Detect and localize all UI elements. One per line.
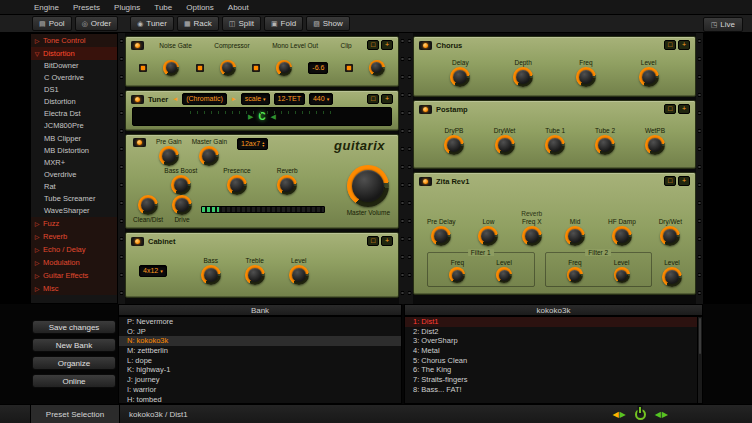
bank-row[interactable]: H: tombed — [119, 395, 401, 405]
bank-row[interactable]: P: Nevermore — [119, 317, 401, 327]
preset-selection-button[interactable]: Preset Selection — [30, 405, 120, 423]
unit-add-button[interactable]: + — [381, 40, 393, 50]
rack-button[interactable]: ▦ Rack — [177, 16, 219, 31]
presence-knob[interactable] — [227, 175, 247, 195]
online-button[interactable]: Online — [32, 374, 116, 388]
chorus-level-knob[interactable] — [639, 67, 659, 87]
cabinet-treble-knob[interactable] — [245, 265, 265, 285]
zita-freq-x-knob[interactable] — [522, 226, 542, 246]
live-button[interactable]: ◳ Live — [703, 17, 743, 32]
monitor-icon[interactable]: ◀▶ — [655, 410, 668, 419]
mono-level-knob[interactable] — [276, 60, 292, 76]
compressor-led[interactable] — [196, 64, 204, 72]
amp-power-button[interactable] — [133, 138, 146, 147]
plugin-item[interactable]: Distortion — [31, 96, 117, 108]
cabinet-model-select[interactable]: 4x12 ▾ — [139, 265, 167, 277]
filter2-level-knob[interactable] — [614, 267, 630, 283]
chorus-delay-knob[interactable] — [450, 67, 470, 87]
menu-options[interactable]: Options — [186, 3, 214, 12]
cabinet-bass-knob[interactable] — [201, 265, 221, 285]
mode-next-icon[interactable]: ► — [231, 96, 237, 102]
bank-row[interactable]: L: dope — [119, 356, 401, 366]
plugin-item[interactable]: MXR+ — [31, 157, 117, 169]
drive-knob[interactable] — [172, 195, 192, 215]
unit-detach-button[interactable]: □ — [367, 236, 379, 246]
menu-presets[interactable]: Presets — [73, 3, 100, 12]
postamp-tube2-knob[interactable] — [595, 135, 615, 155]
preset-row[interactable]: 2: Dist2 — [405, 327, 702, 337]
category-tone-control[interactable]: ▷ Tone Control — [31, 34, 117, 47]
unit-add-button[interactable]: + — [678, 40, 690, 50]
menu-engine[interactable]: Engine — [34, 3, 59, 12]
postamp-wetpb-knob[interactable] — [645, 135, 665, 155]
plugin-item[interactable]: Rat — [31, 181, 117, 193]
save-changes-button[interactable]: Save changes — [32, 320, 116, 334]
show-button[interactable]: ▨ Show — [306, 16, 350, 31]
preset-row[interactable]: 8: Bass... FAT! — [405, 385, 702, 395]
menu-plugins[interactable]: Plugins — [114, 3, 140, 12]
new-bank-button[interactable]: New Bank — [32, 338, 116, 352]
bank-row[interactable]: K: highway-1 — [119, 365, 401, 375]
filter2-freq-knob[interactable] — [567, 267, 583, 283]
input-chain-power-button[interactable] — [131, 41, 144, 50]
clip-led[interactable] — [345, 64, 353, 72]
zita-hf-damp-knob[interactable] — [612, 226, 632, 246]
bass-boost-knob[interactable] — [171, 175, 191, 195]
category-reverb[interactable]: ▷ Reverb — [31, 230, 117, 243]
scrollbar-thumb[interactable] — [699, 318, 701, 354]
noise-gate-led[interactable] — [139, 64, 147, 72]
plugin-item[interactable]: Overdrive — [31, 169, 117, 181]
pre-gain-knob[interactable] — [159, 146, 179, 166]
filter1-freq-knob[interactable] — [449, 267, 465, 283]
split-button[interactable]: ◫ Split — [222, 16, 261, 31]
unit-add-button[interactable]: + — [381, 94, 393, 104]
mono-level-led[interactable] — [252, 64, 260, 72]
unit-detach-button[interactable]: □ — [664, 176, 676, 186]
mono-level-value[interactable]: -6.6 — [308, 62, 328, 74]
bank-row[interactable]: M: zettberlin — [119, 346, 401, 356]
plugin-item[interactable]: JCM800Pre — [31, 120, 117, 132]
plugin-item[interactable]: WaveSharper — [31, 205, 117, 217]
chorus-power-button[interactable] — [419, 41, 432, 50]
order-button[interactable]: ◎ Order — [75, 16, 119, 31]
plugin-item[interactable]: BitDowner — [31, 60, 117, 72]
preset-row[interactable]: 7: Straits-fingers — [405, 375, 702, 385]
zita-low-knob[interactable] — [478, 226, 498, 246]
mode-prev-icon[interactable]: ◄ — [172, 96, 178, 102]
engine-power-icon[interactable] — [635, 409, 646, 420]
fold-button[interactable]: ▣ Fold — [264, 16, 303, 31]
category-echo-delay[interactable]: ▷ Echo / Delay — [31, 243, 117, 256]
postamp-power-button[interactable] — [419, 105, 432, 114]
filter1-level-knob[interactable] — [496, 267, 512, 283]
tuner-temperament-select[interactable]: 12-TET — [274, 93, 305, 105]
plugin-item[interactable]: DS1 — [31, 84, 117, 96]
tuner-toggle-button[interactable]: ◉ Tuner — [130, 16, 174, 31]
cabinet-power-button[interactable] — [131, 237, 144, 246]
preset-row[interactable]: 4: Metal — [405, 346, 702, 356]
unit-detach-button[interactable]: □ — [664, 40, 676, 50]
clip-knob[interactable] — [369, 60, 385, 76]
tube-select[interactable]: 12ax7 ▴▾ — [237, 138, 268, 150]
reverb-knob[interactable] — [277, 175, 297, 195]
plugin-item[interactable]: Electra Dst — [31, 108, 117, 120]
preset-row[interactable]: 6: The King — [405, 365, 702, 375]
pool-button[interactable]: ▤ Pool — [32, 16, 72, 31]
master-gain-knob[interactable] — [199, 146, 219, 166]
zita-pre-delay-knob[interactable] — [431, 226, 451, 246]
master-volume-knob[interactable] — [347, 165, 389, 207]
menu-about[interactable]: About — [228, 3, 249, 12]
clean-dist-knob[interactable] — [138, 195, 158, 215]
tuner-scale-select[interactable]: scale ▾ — [241, 93, 270, 105]
zita-dry-wet-knob[interactable] — [660, 226, 680, 246]
spinner-icon[interactable]: ▴▾ — [262, 141, 264, 148]
unit-add-button[interactable]: + — [381, 236, 393, 246]
category-distortion[interactable]: ▽ Distortion — [31, 47, 117, 60]
chorus-depth-knob[interactable] — [513, 67, 533, 87]
postamp-drywet-knob[interactable] — [495, 135, 515, 155]
noise-gate-knob[interactable] — [163, 60, 179, 76]
preset-row[interactable]: 3: OverSharp — [405, 336, 702, 346]
tuner-mode-select[interactable]: (Chromatic) — [182, 93, 227, 105]
unit-detach-button[interactable]: □ — [367, 94, 379, 104]
category-modulation[interactable]: ▷ Modulation — [31, 256, 117, 269]
unit-add-button[interactable]: + — [678, 104, 690, 114]
